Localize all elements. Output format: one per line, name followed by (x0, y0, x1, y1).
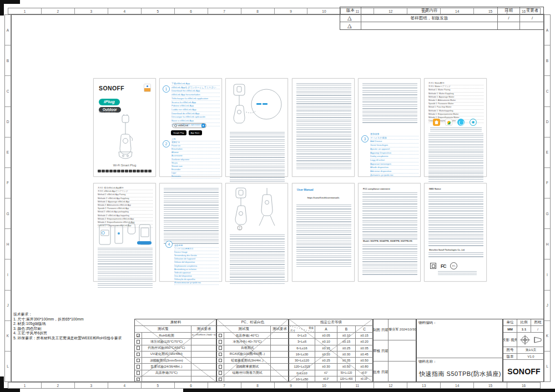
version-value: V1.0 (517, 354, 544, 360)
material-code-label: 物料编码： (417, 319, 503, 326)
pc-title: PC、松诺白色 (217, 319, 289, 326)
rev-mark: △2 (340, 22, 361, 29)
smartthings-icon: ✱ (470, 119, 477, 126)
test-item: 百格测试 (224, 345, 271, 352)
search-query: eWeLink (178, 124, 188, 127)
corner-mark-top-left-v (0, 0, 4, 16)
language-badges (98, 170, 152, 172)
tol-range: 120<L≤315 (289, 364, 315, 370)
test-req: 第三方RoHS报告 (有效期一年) (191, 333, 216, 339)
ecosystem-captions (430, 128, 482, 133)
approve-label: 批准 日期 (374, 362, 389, 383)
rev-by: / (520, 14, 544, 22)
test-item (224, 376, 271, 383)
test-item: 铅笔硬度测试(3H/4H..) (224, 358, 271, 364)
projection-symbol (517, 333, 544, 347)
rev-content (361, 22, 498, 29)
matter-badge-icon (144, 84, 151, 92)
tol-range: 6<L≤16 (289, 345, 315, 352)
ecosystem-icons: ✱ (433, 119, 477, 126)
signature-block: 制图 日期 黎业军 2024/10/30 审核 日期 批准 日期 (373, 319, 416, 382)
test-item (142, 376, 191, 383)
material-name-value: 快速指南 S50TPB(防水插座) (417, 365, 503, 383)
step-1-marker: 1 (163, 85, 170, 93)
tol-range: 3<L≤6 (289, 339, 315, 345)
panel-ewelink-pairing: 方法2: 通过eWeLink App配对方法2: eWeLink Appでペアリ… (93, 183, 156, 282)
tol-col-b: B (337, 326, 356, 333)
manual-text-block (296, 205, 351, 268)
product-drawing (109, 114, 142, 163)
fcc-text-block (362, 192, 417, 241)
ewelink-search-bar: eWeLink e (172, 123, 206, 128)
tol-range: 30<L≤120 (289, 358, 315, 364)
step-4-marker: 4 (165, 241, 173, 248)
fcc-mark-icon: FC (441, 263, 446, 269)
checkbox (137, 365, 140, 369)
material-block: 物料编码： 物料名称： 快速指南 S50TPB(防水插座) (416, 319, 503, 382)
matter-text-block (428, 134, 483, 186)
test-item: UV老化测试(72H/48H) (142, 352, 191, 358)
rev-date: / (498, 14, 520, 22)
rev-by (520, 22, 544, 29)
checkbox (219, 346, 223, 350)
projection-label: 投影 视角 (503, 333, 517, 347)
bottom-tables: 原材料 测试项 测试要求 ✓ RoHS检测 第三方RoHS报告 (有效期一年) … (134, 319, 544, 382)
checkbox (137, 378, 140, 381)
version-label: 版本 (503, 354, 517, 360)
ruler-left: ABCDEFGHIJKL (4, 14, 11, 382)
checkbox: ✓ (137, 334, 140, 338)
panel-plug-in-illustration (225, 78, 288, 177)
product-name-label: Wi-Fi Smart Plug (94, 164, 155, 167)
border-value: / (531, 326, 544, 333)
alexa-icon (457, 119, 465, 126)
review-label: 审核 日期 (374, 340, 389, 362)
etl-mark-icon: ETL (450, 262, 457, 269)
checkbox (219, 359, 223, 363)
checkbox (137, 371, 140, 375)
download-app-list: 下载eWeLink AppeWeLink AppをダウンロードしてくださいDow… (171, 82, 220, 126)
draft-label: 制图 日期 (374, 319, 389, 340)
draft-value: 黎业军 2024/10/30 (389, 319, 416, 340)
col-test-item: 测试项 (217, 326, 271, 333)
step-3-marker: 3 (361, 135, 369, 142)
test-item: RCA试验(100圈/400圈..) (224, 352, 271, 358)
tol-range: 16<L≤30 (289, 352, 315, 358)
technical-requirements: 技术要求： 1. 尺寸:展开390*100mm，折后65*100mm2. 材质:… (13, 312, 133, 341)
tol-col-a: A (315, 326, 337, 333)
unit-value: MM (503, 326, 517, 333)
panel-download-power: 1 下载eWeLink AppeWeLink AppをダウンロードしてくださいD… (159, 78, 222, 177)
checkbox (137, 353, 140, 357)
scale-label: 比例 (517, 319, 531, 326)
company-address (428, 252, 483, 259)
google-play-badge: Google Play (171, 130, 186, 135)
add-device-text-block (362, 83, 417, 125)
rev-mark: △1 (340, 14, 361, 22)
panel-matter-pairing: 方法1: Matter配对方法1: MatterペアリングMethod 1: M… (424, 78, 487, 177)
test-item: 高温存储(70℃) (142, 370, 191, 376)
border-label: 图框 (531, 319, 544, 326)
test-item: 镭雕/丝印附着力测试 (224, 370, 271, 376)
checkbox (219, 371, 223, 375)
col-test-req: 测试要求 (191, 326, 216, 333)
test-item: 冷热冲击(-40~70℃) (224, 339, 271, 345)
tol-angle-range: 0<L≤10 (289, 370, 315, 376)
store-badges: Google Play App Store (171, 130, 202, 135)
col-test-item: 测试项 (135, 326, 191, 333)
title-block-logo: SONOFF (503, 360, 544, 383)
quick-guide-label: Quick Guide V1.0 (99, 111, 115, 113)
instructions-text-block (296, 83, 351, 171)
checkbox (137, 346, 140, 350)
checkbox (219, 334, 223, 338)
test-item: 酒精耐摩擦测试 (224, 364, 271, 370)
rev-col-header: 日期 (498, 7, 520, 14)
tolerance-title: 指定公差等级 (289, 319, 373, 326)
checkbox (219, 340, 223, 344)
cert-caption (438, 271, 477, 277)
device-usage-list: 设备使用デバイスの使用方法Device UsageVerwendung des … (174, 245, 219, 285)
tolerance-corner: 尺寸等级 (289, 326, 315, 333)
plug-in-drawing (229, 83, 285, 129)
test-item: 球压试验(125℃/70℃) (142, 339, 191, 345)
materials-title: 原材料 (135, 319, 216, 326)
corner-mark-bottom-left-v (0, 376, 4, 392)
sheet-value: 第1/1页 (517, 347, 544, 354)
